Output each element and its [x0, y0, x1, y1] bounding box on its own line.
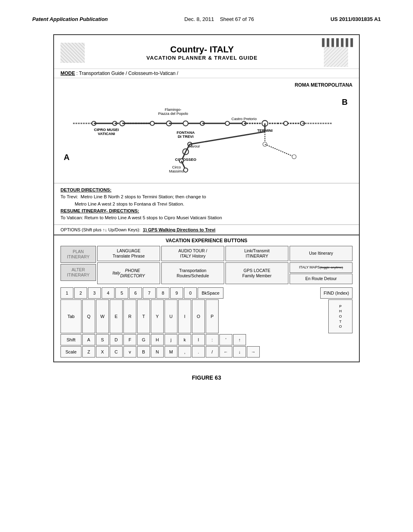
key-right[interactable]: → [247, 346, 260, 357]
svg-line-46 [265, 144, 294, 157]
main-content: Country- ITALY VACATION PLANNER & TRAVEL… [0, 30, 413, 385]
plan-itin-btn[interactable]: PLANITINERARY [60, 246, 96, 263]
key-quote[interactable]: ' [219, 334, 232, 345]
key-b[interactable]: B [137, 346, 150, 357]
gps-btn[interactable]: GPS LOCATEFamily Member [225, 262, 288, 284]
svg-point-12 [150, 121, 154, 125]
key-4[interactable]: 4 [102, 287, 115, 299]
options-text: OPTIONS (Shift plus ↑↓ Up/Down Keys): 1)… [60, 227, 215, 232]
metro-map: A B CIPRO MUSEI VATICANI [60, 89, 353, 178]
qwerty-row: Tab Q W E R T Y U I O P [60, 299, 327, 333]
key-left[interactable]: ← [219, 346, 232, 357]
key-n[interactable]: N [151, 346, 164, 357]
key-h[interactable]: H [151, 334, 164, 345]
key-p[interactable]: P [206, 299, 219, 333]
audio-btn[interactable]: AUDIO TOUR /ITALY History [161, 246, 224, 261]
key-9[interactable]: 9 [170, 287, 183, 299]
asdf-row-container: Shift A S D F G H j k l : ' ↑ [60, 334, 353, 345]
key-x[interactable]: X [96, 346, 109, 357]
key-c[interactable]: C [110, 346, 123, 357]
mode-bar: MODE : Transportation Guide / Colosseum-… [54, 69, 359, 78]
lang-btn[interactable]: LANGUAGETranslate Phrase [97, 246, 160, 261]
key-shift[interactable]: Shift [60, 334, 81, 345]
directions-area: DETOUR DIRECTIONS: To Trevi: Metro Line … [54, 183, 359, 224]
svg-text:COLOSSEO: COLOSSEO [175, 158, 196, 162]
key-a[interactable]: A [82, 334, 95, 345]
key-d[interactable]: D [110, 334, 123, 345]
key-2[interactable]: 2 [74, 287, 87, 299]
key-l[interactable]: l [192, 334, 205, 345]
svg-text:CIPRO MUSEI: CIPRO MUSEI [94, 128, 119, 132]
key-up[interactable]: ↑ [233, 334, 246, 345]
zxcv-row: Scale Z X C v B N M , . / ← ↓ → [60, 346, 353, 357]
keyboard-area: 1 2 3 4 5 6 7 8 9 0 BkSpace FIND (Index)… [54, 286, 359, 362]
key-comma[interactable]: , [178, 346, 191, 357]
key-j[interactable]: j [165, 334, 177, 345]
device-frame: Country- ITALY VACATION PLANNER & TRAVEL… [53, 34, 360, 362]
key-t[interactable]: T [137, 299, 150, 333]
map-area: ROMA METROPOLITANA A B CIPRO M [54, 78, 359, 183]
date-sheet: Dec. 8, 2011 Sheet 67 of 76 [184, 16, 254, 22]
key-7[interactable]: 7 [143, 287, 156, 299]
date: Dec. 8, 2011 [184, 16, 214, 22]
trans-btn[interactable]: TransportationRoutes/Schedule [161, 262, 224, 284]
vacation-header: VACATION EXPERIENCE BUTTONS [60, 238, 353, 243]
use-itin-btn[interactable]: Use Itinerary [290, 246, 353, 261]
en-route-btn[interactable]: En Route Detour [290, 274, 353, 284]
asdf-row: Shift A S D F G H j k l : ' ↑ [60, 334, 353, 345]
key-y[interactable]: Y [151, 299, 164, 333]
svg-text:Flamingo-: Flamingo- [165, 108, 181, 112]
enter-key[interactable]: PHOTO [328, 299, 353, 333]
key-w[interactable]: W [96, 299, 109, 333]
key-g[interactable]: G [137, 334, 150, 345]
device-title-main: Country- ITALY [85, 44, 319, 55]
key-v[interactable]: v [123, 346, 136, 357]
key-tab[interactable]: Tab [60, 299, 81, 333]
map-label-b: B [342, 98, 348, 107]
clean-button-layout: PLANITINERARY ALTERITINERARY LANGUAGETra… [60, 246, 353, 284]
detour-heading-text: DETOUR DIRECTIONS: [60, 187, 111, 192]
key-m[interactable]: M [165, 346, 177, 357]
key-down[interactable]: ↓ [233, 346, 246, 357]
svg-text:DI TREVI: DI TREVI [178, 135, 194, 139]
phone-dir-btn[interactable]: Italy PHONEDIRECTORY [97, 262, 160, 284]
italy-maps-btn2[interactable]: ITALY MAPS(toggle anytime) [290, 262, 353, 273]
map-label-a: A [64, 153, 69, 162]
key-period[interactable]: . [192, 346, 205, 357]
svg-text:Massimo: Massimo [169, 169, 184, 173]
device-title-bar: Country- ITALY VACATION PLANNER & TRAVEL… [54, 35, 359, 69]
planning-side: PLANITINERARY ALTERITINERARY [60, 246, 96, 284]
key-8[interactable]: 8 [156, 287, 169, 299]
link-btn[interactable]: Link/TransmitITINERARY [225, 246, 288, 261]
key-6[interactable]: 6 [129, 287, 142, 299]
key-r[interactable]: R [123, 299, 136, 333]
left-image [60, 43, 85, 63]
key-3[interactable]: 3 [88, 287, 101, 299]
key-5[interactable]: 5 [115, 287, 128, 299]
key-slash[interactable]: / [206, 346, 219, 357]
vacation-section: VACATION EXPERIENCE BUTTONS PLANNING BUT… [54, 235, 359, 286]
key-s[interactable]: S [96, 334, 109, 345]
key-z[interactable]: Z [82, 346, 95, 357]
key-e[interactable]: E [110, 299, 123, 333]
patent-title: Patent Application Publication [32, 16, 108, 22]
alter-itin-btn[interactable]: ALTERITINERARY [60, 264, 96, 281]
find-key[interactable]: FIND (Index) [320, 287, 353, 299]
key-colon[interactable]: : [206, 334, 219, 345]
key-k[interactable]: k [178, 334, 191, 345]
key-o[interactable]: O [192, 299, 205, 333]
key-f[interactable]: F [123, 334, 136, 345]
metro-map-svg: CIPRO MUSEI VATICANI Flamingo- Piazza de… [60, 89, 353, 178]
key-i[interactable]: I [178, 299, 191, 333]
resume-heading: RESUME ITINERARY- DIRECTIONS: [60, 208, 353, 214]
key-bkspace[interactable]: BkSpace [198, 287, 223, 299]
key-u[interactable]: U [165, 299, 177, 333]
svg-text:Circo: Circo [172, 165, 181, 169]
svg-line-34 [190, 132, 265, 144]
key-scale[interactable]: Scale [60, 346, 81, 357]
number-row: 1 2 3 4 5 6 7 8 9 0 BkSpace [60, 287, 319, 299]
key-q[interactable]: Q [82, 299, 95, 333]
mode-label: MODE [60, 71, 75, 76]
key-1[interactable]: 1 [60, 287, 73, 299]
key-0[interactable]: 0 [184, 287, 197, 299]
